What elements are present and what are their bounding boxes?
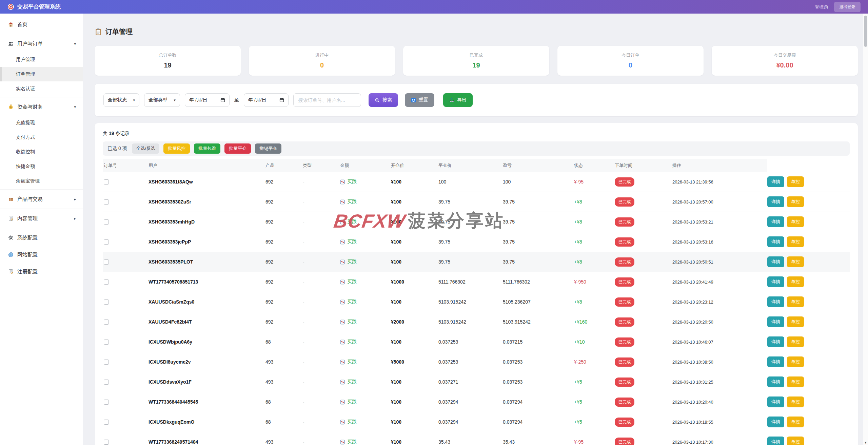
sidebar-item-content-management[interactable]: 内容管理▸	[0, 210, 83, 227]
reset-button[interactable]: 重置	[405, 93, 434, 107]
detail-button[interactable]: 详情	[767, 196, 784, 207]
scrollbar-thumb[interactable]	[864, 16, 867, 47]
direction-label: 买跌	[340, 339, 357, 345]
batch-select-all-button[interactable]: 全选/反选	[132, 143, 160, 154]
row-checkbox[interactable]	[104, 360, 109, 365]
type-cell: -	[303, 259, 340, 265]
detail-button[interactable]: 详情	[767, 417, 784, 427]
control-button[interactable]: 单控	[787, 196, 804, 207]
sidebar-item-order-management[interactable]: 订单管理	[0, 67, 83, 81]
status-select[interactable]: 全部状态 ▾	[103, 93, 139, 107]
batch-cancel-close-button[interactable]: 撤销平仓	[255, 143, 281, 154]
sidebar-item-site-config[interactable]: 网站配置	[0, 246, 83, 263]
chart-down-icon	[340, 259, 345, 265]
sidebar-item-register-config[interactable]: 注册配置	[0, 263, 83, 280]
detail-button[interactable]: 详情	[767, 356, 784, 367]
calendar-icon	[220, 98, 225, 102]
stat-value: 0	[320, 61, 324, 69]
scrollbar-down-arrow[interactable]: ▼	[863, 441, 868, 444]
sidebar-group: 系统配置网站配置注册配置	[0, 228, 83, 281]
control-button[interactable]: 单控	[787, 296, 804, 307]
sidebar-item-recharge-withdraw[interactable]: 充值提现	[0, 115, 83, 130]
status-select-value: 全部状态	[108, 97, 127, 103]
status-badge: 已完成	[615, 378, 634, 387]
type-select[interactable]: 全部类型 ▾	[144, 93, 180, 107]
row-checkbox[interactable]	[104, 279, 109, 285]
sidebar-item-profit-control[interactable]: 收益控制	[0, 144, 83, 159]
sidebar-item-users-orders[interactable]: 用户与订单▾	[0, 35, 83, 52]
detail-button[interactable]: 详情	[767, 296, 784, 307]
actions-cell: 详情单控	[767, 176, 850, 187]
sidebar-item-label: 注册配置	[17, 269, 38, 275]
control-button[interactable]: 单控	[787, 437, 804, 445]
control-button[interactable]: 单控	[787, 376, 804, 387]
batch-batch-close-button[interactable]: 批量平仓	[224, 143, 251, 154]
search-input[interactable]	[293, 93, 361, 107]
open-price-cell: 0.037294	[438, 419, 503, 425]
batch-batch-risk-button[interactable]: 批量风控	[163, 143, 190, 154]
detail-button[interactable]: 详情	[767, 376, 784, 387]
control-button[interactable]: 单控	[787, 356, 804, 367]
stat-card: 总订单数19	[95, 46, 241, 76]
sidebar-item-yuebao-management[interactable]: 余额宝管理	[0, 174, 83, 188]
batch-batch-profit-button[interactable]: 批量包盈	[194, 143, 220, 154]
detail-button[interactable]: 详情	[767, 396, 784, 407]
chevron-down-icon: ▾	[74, 42, 76, 46]
detail-button[interactable]: 详情	[767, 176, 784, 187]
detail-button[interactable]: 详情	[767, 316, 784, 327]
table-row: WT1773405708851713692-买跌¥10005111.766302…	[103, 272, 850, 292]
sidebar-item-products-trading[interactable]: 产品与交易▸	[0, 191, 83, 208]
control-button[interactable]: 单控	[787, 216, 804, 227]
row-checkbox[interactable]	[104, 380, 109, 385]
detail-button[interactable]: 详情	[767, 336, 784, 347]
user-cell: XSHG603361t8AQw	[149, 179, 265, 185]
row-checkbox[interactable]	[104, 199, 109, 205]
control-button[interactable]: 单控	[787, 316, 804, 327]
sidebar-item-quick-amount[interactable]: 快捷金额	[0, 159, 83, 174]
sidebar-item-payment-methods[interactable]: 支付方式	[0, 130, 83, 144]
control-button[interactable]: 单控	[787, 396, 804, 407]
export-button[interactable]: 导出	[443, 93, 473, 107]
sidebar-item-realname-auth[interactable]: 实名认证	[0, 81, 83, 96]
status-badge: 已完成	[615, 217, 634, 227]
stat-value: 0	[629, 61, 632, 69]
type-cell: -	[303, 299, 340, 305]
date-to-input[interactable]: 年 /月/日	[244, 93, 289, 107]
row-checkbox[interactable]	[104, 400, 109, 405]
row-checkbox[interactable]	[104, 179, 109, 185]
control-button[interactable]: 单控	[787, 236, 804, 247]
order-time-cell: 2026-03-13 20:20:50	[672, 320, 767, 325]
type-cell: -	[303, 319, 340, 325]
row-checkbox[interactable]	[104, 320, 109, 325]
control-button[interactable]: 单控	[787, 276, 804, 287]
control-button[interactable]: 单控	[787, 336, 804, 347]
status-cell: 已完成	[615, 217, 672, 227]
row-checkbox[interactable]	[104, 219, 109, 225]
search-button[interactable]: 搜索	[369, 93, 398, 107]
row-checkbox[interactable]	[104, 420, 109, 425]
row-checkbox[interactable]	[104, 340, 109, 345]
row-checkbox[interactable]	[104, 259, 109, 265]
actions-cell: 详情单控	[767, 276, 850, 287]
detail-button[interactable]: 详情	[767, 236, 784, 247]
sidebar-item-system-config[interactable]: 系统配置	[0, 229, 83, 246]
date-from-input[interactable]: 年 /月/日	[185, 93, 230, 107]
row-checkbox[interactable]	[104, 299, 109, 305]
control-button[interactable]: 单控	[787, 176, 804, 187]
detail-button[interactable]: 详情	[767, 256, 784, 267]
detail-button[interactable]: 详情	[767, 437, 784, 445]
vertical-scrollbar[interactable]: ▼	[863, 14, 868, 445]
direction-cell: 买跌	[340, 419, 391, 425]
direction-text: 买跌	[347, 279, 357, 285]
detail-button[interactable]: 详情	[767, 276, 784, 287]
row-checkbox[interactable]	[104, 440, 109, 445]
logout-button[interactable]: 退出登录	[834, 2, 861, 12]
close-price-cell: 35.43	[503, 439, 574, 445]
sidebar-item-home[interactable]: 首页	[0, 16, 83, 33]
detail-button[interactable]: 详情	[767, 216, 784, 227]
control-button[interactable]: 单控	[787, 417, 804, 427]
control-button[interactable]: 单控	[787, 256, 804, 267]
sidebar-item-user-management[interactable]: 用户管理	[0, 52, 83, 67]
sidebar-item-funds-finance[interactable]: $资金与财务▾	[0, 98, 83, 115]
row-checkbox[interactable]	[104, 239, 109, 245]
